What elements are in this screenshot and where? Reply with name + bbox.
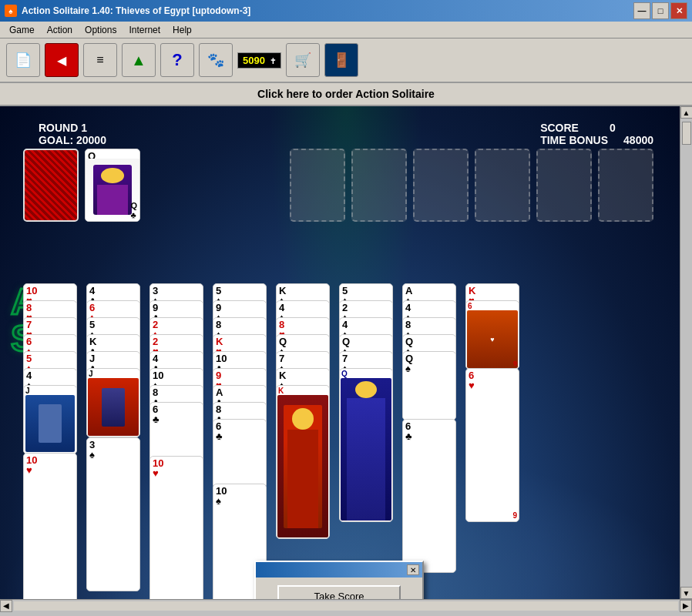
table-row[interactable]: 10♥: [149, 456, 203, 599]
score-area: SCORE 0 TIME BONUS 48000: [540, 122, 653, 146]
help-icon: ?: [172, 50, 182, 70]
menu-help[interactable]: Help: [166, 23, 198, 37]
table-row[interactable]: Q: [339, 368, 393, 522]
foundation-2[interactable]: [351, 149, 407, 222]
paw-icon: 🐾: [207, 52, 224, 69]
stats-area: ROUND 1 GOAL: 20000: [39, 122, 106, 146]
tableau-col-1: 10♥ ♥♥♥♥♥♥ 8♥ 7♥ 6♦ 5♦ 4♠ J: [23, 283, 82, 545]
table-row[interactable]: 6 ♥ 9: [465, 300, 519, 370]
foundation-3[interactable]: [413, 149, 469, 222]
scrollbar-bottom: ◀ ▶: [0, 599, 692, 611]
dialog-close-button[interactable]: ✕: [407, 564, 419, 575]
paw-button[interactable]: 🐾: [199, 43, 233, 77]
menu-game[interactable]: Game: [3, 23, 41, 37]
menu-options[interactable]: Options: [79, 23, 123, 37]
scroll-up-button[interactable]: ▲: [680, 106, 693, 119]
game-area: AS ROUND 1 GOAL: 20000 SCORE 0 TIME BONU…: [0, 106, 692, 599]
cart-icon: 🛒: [294, 52, 311, 69]
dialog-body: Take Score: [256, 578, 422, 599]
notes-button[interactable]: ≡: [83, 43, 117, 77]
stock-waste-area: Q ♣ Q♣: [23, 149, 140, 222]
table-row[interactable]: 10 ♥: [23, 453, 77, 599]
tableau-col-3: 3♠ 9♣ 2♦ 2♥ 4♣ 10♠ 8♣ 6♣ 10♥: [149, 283, 208, 545]
waste-pile[interactable]: Q ♣ Q♣: [85, 149, 140, 222]
score-value: 0: [610, 122, 616, 134]
maximize-button[interactable]: □: [652, 2, 669, 19]
menu-bar: Game Action Options Internet Help: [0, 22, 692, 38]
title-bar-left: ♠ Action Solitaire 1.40: Thieves of Egyp…: [5, 5, 250, 17]
take-score-button[interactable]: Take Score: [277, 585, 401, 599]
table-row[interactable]: J: [23, 385, 77, 454]
tableau-col-7: A♠ 4♠ 8♠ Q♠ Q♠ 6♣: [402, 283, 461, 545]
tableau-col-5: K♠ 4♠ 8♥ Q♠ 7♠ K♠ K: [276, 283, 334, 561]
deal-icon: ▲: [131, 52, 146, 69]
take-score-dialog: ✕ Take Score: [254, 561, 424, 599]
table-row[interactable]: K: [276, 385, 330, 539]
deal-button[interactable]: ▲: [122, 43, 156, 77]
foundations-area: [290, 149, 653, 222]
table-row[interactable]: 3♠: [86, 437, 140, 591]
scroll-right-button[interactable]: ▶: [680, 600, 692, 612]
table-row[interactable]: 6♥9: [465, 368, 519, 522]
tableau-col-8: K♥ 6 ♥ 9 6♥9: [465, 283, 524, 545]
horizontal-scroll-track: [14, 601, 678, 611]
door-button[interactable]: 🚪: [324, 43, 358, 77]
close-button[interactable]: ✕: [670, 2, 687, 19]
title-bar: ♠ Action Solitaire 1.40: Thieves of Egyp…: [0, 0, 692, 22]
stock-pile[interactable]: [23, 149, 79, 222]
door-icon: 🚪: [333, 52, 350, 69]
table-row[interactable]: 6♣: [213, 419, 267, 488]
window-title: Action Solitaire 1.40: Thieves of Egypt …: [22, 5, 250, 16]
dialog-title-bar: ✕: [256, 562, 422, 578]
foundation-6[interactable]: [598, 149, 653, 222]
promo-bar[interactable]: Click here to order Action Solitaire: [0, 83, 692, 106]
tableau: 10♥ ♥♥♥♥♥♥ 8♥ 7♥ 6♦ 5♦ 4♠ J: [23, 283, 653, 576]
new-game-icon: 📄: [15, 52, 32, 69]
scroll-thumb[interactable]: [682, 122, 691, 145]
cart-button[interactable]: 🛒: [286, 43, 320, 77]
table-row[interactable]: Q♠: [402, 351, 456, 420]
scrollbar-right: ▲ ▼: [680, 106, 692, 599]
notes-icon: ≡: [96, 53, 103, 67]
goal-label: GOAL: 20000: [39, 134, 106, 146]
foundation-1[interactable]: [290, 149, 345, 222]
app-icon: ♠: [5, 5, 17, 17]
menu-internet[interactable]: Internet: [123, 23, 166, 37]
foundation-4[interactable]: [475, 149, 530, 222]
tableau-col-2: 4♣ 6♦ 5♠ K♣ J♣ J 3♠: [86, 283, 145, 545]
toolbar: 📄 ◀ ≡ ▲ ? 🐾 5090 ✝ 🛒 🚪: [0, 38, 692, 83]
time-bonus-value: 48000: [623, 134, 653, 146]
title-controls[interactable]: — □ ✕: [633, 2, 687, 19]
time-bonus-label: TIME BONUS: [540, 134, 608, 146]
score-label: SCORE: [540, 122, 579, 134]
top-section: Q ♣ Q♣: [23, 149, 653, 222]
undo-button[interactable]: ◀: [45, 43, 79, 77]
score-badge: 5090 ✝: [237, 52, 281, 69]
help-button[interactable]: ?: [160, 43, 194, 77]
undo-icon: ◀: [57, 53, 66, 68]
round-label: ROUND 1: [39, 122, 106, 134]
table-row[interactable]: J: [86, 368, 140, 437]
scroll-left-button[interactable]: ◀: [0, 600, 12, 612]
table-row[interactable]: 6♣: [402, 419, 456, 573]
tableau-col-6: 5♠ 2♠ 4♠ Q♠ 7♠ Q: [339, 283, 398, 561]
scroll-down-button[interactable]: ▼: [680, 587, 693, 599]
foundation-5[interactable]: [536, 149, 592, 222]
tableau-col-4: 5♠ 9♠ 8♠ K♥ 10♣ 9♥ A♣ 8♣ 6♣ 10♠: [213, 283, 271, 576]
menu-action[interactable]: Action: [41, 23, 79, 37]
minimize-button[interactable]: —: [633, 2, 650, 19]
new-game-button[interactable]: 📄: [6, 43, 40, 77]
